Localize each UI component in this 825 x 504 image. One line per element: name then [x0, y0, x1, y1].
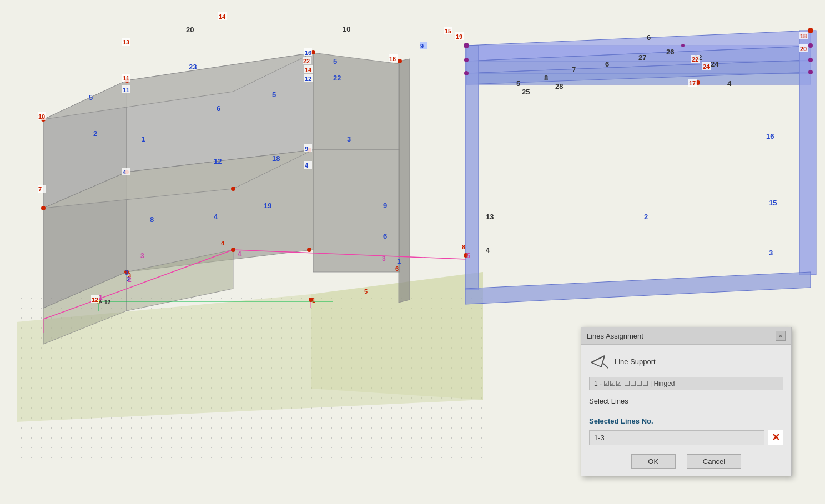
svg-text:6: 6 — [605, 60, 609, 68]
svg-text:10: 10 — [38, 113, 45, 120]
svg-text:4: 4 — [727, 79, 732, 88]
svg-text:19: 19 — [264, 201, 271, 210]
clear-selection-button[interactable]: ✕ — [768, 430, 783, 445]
svg-point-32 — [398, 59, 402, 63]
svg-marker-1 — [311, 272, 483, 400]
svg-text:1: 1 — [312, 297, 315, 304]
svg-text:15: 15 — [445, 28, 451, 34]
svg-text:9: 9 — [420, 43, 424, 49]
dialog-titlebar: Lines Assignment × — [581, 327, 791, 345]
svg-text:23: 23 — [189, 63, 197, 71]
line-support-value-field[interactable]: 1 - ☑☑☑ ☐☐☐☐ | Hinged — [589, 377, 783, 390]
svg-text:27: 27 — [638, 53, 646, 62]
svg-text:15: 15 — [769, 199, 777, 207]
svg-text:12: 12 — [92, 296, 98, 303]
svg-text:9: 9 — [305, 145, 308, 152]
svg-text:18: 18 — [272, 154, 280, 163]
svg-text:25: 25 — [522, 88, 530, 96]
svg-text:12: 12 — [214, 157, 222, 165]
svg-text:2: 2 — [93, 129, 97, 138]
svg-text:24: 24 — [703, 63, 710, 70]
svg-point-47 — [808, 43, 813, 48]
svg-line-154 — [603, 364, 608, 368]
svg-line-153 — [591, 362, 601, 367]
svg-text:11: 11 — [123, 87, 129, 93]
svg-text:3: 3 — [769, 249, 773, 257]
selected-lines-header: Selected Lines No. — [589, 417, 783, 425]
ok-button[interactable]: OK — [631, 454, 676, 469]
dialog-buttons: OK Cancel — [589, 452, 783, 469]
svg-text:4: 4 — [123, 169, 127, 175]
svg-text:28: 28 — [555, 82, 563, 90]
svg-text:2: 2 — [644, 213, 648, 221]
svg-text:22: 22 — [303, 58, 310, 64]
svg-text:5: 5 — [364, 288, 368, 295]
svg-text:5: 5 — [272, 90, 276, 99]
svg-text:5: 5 — [466, 252, 470, 260]
svg-text:7: 7 — [572, 65, 576, 74]
svg-text:4: 4 — [214, 213, 218, 221]
svg-point-49 — [808, 70, 813, 74]
svg-text:16: 16 — [305, 49, 311, 56]
svg-point-45 — [464, 71, 469, 75]
svg-text:1: 1 — [99, 294, 103, 301]
svg-point-43 — [464, 43, 469, 48]
selected-lines-input[interactable] — [589, 430, 764, 445]
svg-text:10: 10 — [343, 25, 350, 33]
svg-text:1: 1 — [142, 135, 145, 143]
svg-text:4: 4 — [486, 246, 490, 254]
svg-text:3: 3 — [347, 135, 351, 143]
svg-point-51 — [681, 44, 685, 47]
svg-text:16: 16 — [766, 132, 774, 140]
svg-text:12: 12 — [104, 299, 111, 305]
svg-point-44 — [464, 58, 469, 62]
svg-point-38 — [307, 248, 311, 252]
selected-lines-input-row: ✕ — [589, 430, 783, 445]
svg-text:3: 3 — [125, 269, 128, 276]
svg-text:13: 13 — [123, 39, 129, 46]
svg-text:17: 17 — [689, 80, 696, 87]
svg-text:24: 24 — [711, 60, 719, 68]
svg-text:4: 4 — [305, 162, 309, 169]
clear-icon: ✕ — [772, 432, 780, 442]
svg-text:19: 19 — [456, 33, 462, 40]
svg-text:6: 6 — [647, 33, 651, 42]
svg-text:1: 1 — [397, 257, 401, 265]
svg-text:6: 6 — [395, 265, 399, 272]
svg-text:12: 12 — [305, 75, 311, 82]
svg-text:14: 14 — [305, 67, 312, 73]
svg-text:4: 4 — [221, 240, 225, 246]
svg-text:8: 8 — [544, 74, 548, 82]
svg-text:5: 5 — [516, 79, 520, 88]
svg-text:9: 9 — [383, 201, 387, 210]
svg-text:2: 2 — [128, 276, 132, 284]
dialog-close-button[interactable]: × — [776, 331, 786, 341]
svg-point-34 — [41, 206, 46, 210]
svg-marker-13 — [399, 59, 410, 303]
svg-text:14: 14 — [219, 13, 226, 20]
cancel-button[interactable]: Cancel — [687, 454, 741, 469]
svg-text:11: 11 — [123, 75, 129, 82]
svg-text:8: 8 — [150, 215, 154, 224]
svg-marker-29 — [465, 272, 811, 304]
dialog-title: Lines Assignment — [587, 332, 643, 340]
select-lines-label: Select Lines — [589, 395, 783, 407]
svg-text:6: 6 — [383, 232, 387, 240]
svg-text:20: 20 — [186, 26, 194, 34]
svg-text:3: 3 — [140, 252, 144, 260]
svg-text:4: 4 — [238, 250, 242, 258]
svg-text:3: 3 — [382, 255, 386, 263]
svg-point-46 — [808, 28, 813, 33]
svg-text:6: 6 — [217, 104, 220, 113]
section-divider — [589, 412, 783, 412]
svg-point-36 — [231, 187, 235, 191]
svg-text:22: 22 — [692, 56, 698, 63]
svg-text:5: 5 — [89, 93, 93, 102]
line-support-row: Line Support — [589, 351, 783, 371]
svg-point-48 — [808, 58, 813, 62]
dialog-body: Line Support 1 - ☑☑☑ ☐☐☐☐ | Hinged Selec… — [581, 345, 791, 476]
svg-text:18: 18 — [800, 33, 807, 39]
svg-point-41 — [231, 248, 235, 252]
svg-text:8: 8 — [462, 244, 465, 250]
svg-rect-27 — [799, 31, 816, 275]
